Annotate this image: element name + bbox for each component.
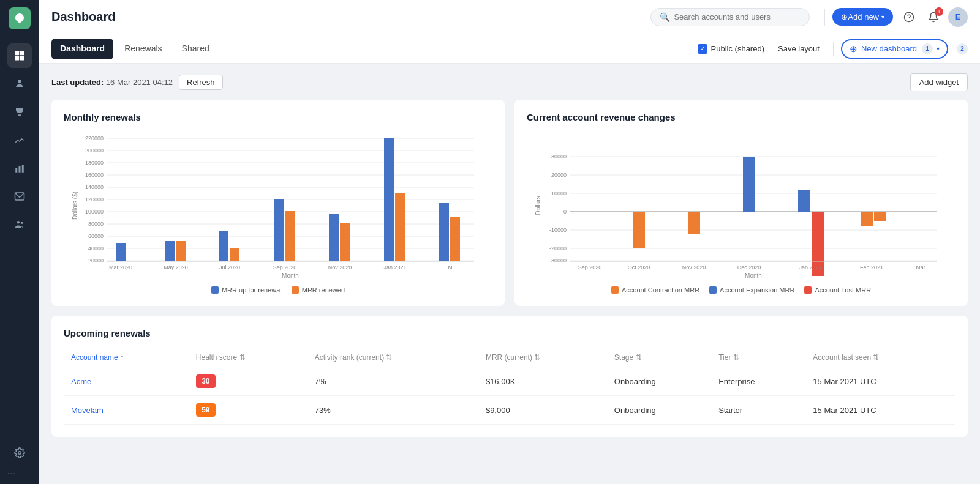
svg-rect-76 (688, 212, 700, 234)
health-badge-acme: 30 (196, 374, 216, 388)
svg-rect-77 (743, 157, 755, 212)
legend-dot-lost (804, 286, 812, 294)
tab-number-1: 1 (922, 43, 933, 54)
sidebar-dots: ··· (7, 470, 32, 477)
search-box[interactable]: 🔍 (650, 8, 810, 26)
svg-text:-30000: -30000 (549, 258, 567, 264)
sidebar-item-mail[interactable] (7, 184, 32, 209)
new-dashboard-button[interactable]: ⊕ New dashboard 1 ▾ (841, 39, 948, 59)
sidebar-item-chart-line[interactable] (7, 128, 32, 152)
add-new-chevron-icon: ▾ (881, 13, 884, 20)
legend-label-contraction: Account Contraction MRR (622, 286, 699, 294)
sidebar-item-bar-chart[interactable] (7, 156, 32, 181)
account-name-movelam[interactable]: Movelam (64, 396, 189, 425)
svg-text:20000: 20000 (551, 172, 567, 178)
svg-rect-8 (22, 165, 24, 173)
svg-text:M: M (448, 264, 453, 270)
legend-dot-contraction (611, 286, 619, 294)
svg-text:20000: 20000 (88, 258, 104, 264)
revenue-changes-title: Current account revenue changes (527, 112, 956, 122)
svg-rect-41 (219, 231, 228, 261)
svg-text:Sep 2020: Sep 2020 (578, 264, 602, 270)
tier-acme: Enterprise (711, 367, 805, 396)
add-new-label: Add new (848, 12, 879, 21)
mrr-acme: $16.00K (478, 367, 607, 396)
new-dashboard-plus-icon: ⊕ (850, 43, 858, 54)
col-health-score[interactable]: Health score ⇅ (189, 348, 307, 367)
svg-rect-40 (176, 241, 186, 261)
monthly-renewals-title: Monthly renewals (64, 112, 492, 122)
legend-dot-renewed (292, 286, 299, 294)
help-button[interactable] (899, 7, 919, 27)
svg-text:220000: 220000 (85, 135, 104, 141)
svg-rect-78 (798, 190, 810, 212)
table-body: Acme 30 7% $16.00K Onboarding Enterprise… (64, 367, 956, 425)
svg-rect-75 (633, 212, 645, 248)
col-tier[interactable]: Tier ⇅ (711, 348, 805, 367)
col-account-name[interactable]: Account name ↑ (64, 348, 189, 367)
sort-icon-last-seen: ⇅ (873, 353, 879, 362)
sidebar-item-trophy[interactable] (7, 100, 32, 124)
col-mrr[interactable]: MRR (current) ⇅ (478, 348, 607, 367)
monthly-renewals-card: Monthly renewals Dollars ($) (51, 100, 505, 306)
notifications-button[interactable]: 1 (924, 7, 943, 27)
add-new-plus-icon: ⊕ (841, 12, 848, 21)
svg-rect-46 (340, 223, 350, 261)
sidebar: ··· (0, 0, 39, 484)
svg-rect-3 (20, 56, 24, 61)
tab-renewals[interactable]: Renewals (116, 39, 170, 59)
logo[interactable] (9, 7, 31, 29)
svg-rect-0 (15, 51, 20, 56)
svg-text:200000: 200000 (85, 147, 104, 154)
last-seen-movelam: 15 Mar 2021 UTC (805, 396, 956, 425)
revenue-changes-chart: Dollars 30000 200 (527, 132, 956, 281)
public-shared-toggle[interactable]: ✓ Public (shared) (698, 44, 764, 54)
svg-rect-45 (329, 214, 339, 261)
charts-row: Monthly renewals Dollars ($) (51, 100, 968, 306)
account-name-acme[interactable]: Acme (64, 367, 189, 396)
svg-text:-10000: -10000 (549, 227, 567, 233)
sidebar-item-people[interactable] (7, 212, 32, 237)
save-layout-button[interactable]: Save layout (772, 40, 826, 57)
sidebar-item-person[interactable] (7, 72, 32, 96)
last-seen-acme: 15 Mar 2021 UTC (805, 367, 956, 396)
legend-label-lost: Account Lost MRR (815, 286, 871, 294)
sidebar-item-settings[interactable] (7, 441, 32, 465)
col-activity-rank[interactable]: Activity rank (current) ⇅ (307, 348, 478, 367)
search-icon: 🔍 (660, 12, 670, 22)
sort-icon-health: ⇅ (239, 353, 246, 362)
search-input[interactable] (674, 12, 801, 21)
svg-rect-5 (18, 115, 21, 116)
new-dashboard-label: New dashboard (861, 44, 917, 53)
svg-point-12 (18, 452, 21, 455)
refresh-button[interactable]: Refresh (179, 75, 223, 90)
tab-shared[interactable]: Shared (173, 39, 218, 59)
svg-text:Nov 2020: Nov 2020 (328, 264, 352, 270)
svg-text:Nov 2020: Nov 2020 (682, 264, 706, 270)
svg-rect-42 (230, 248, 239, 261)
svg-text:Jul 2020: Jul 2020 (219, 264, 240, 270)
table-row: Acme 30 7% $16.00K Onboarding Enterprise… (64, 367, 956, 396)
svg-text:Feb 2021: Feb 2021 (860, 264, 883, 270)
tab-dashboard[interactable]: Dashboard (51, 39, 113, 59)
avatar[interactable]: E (948, 7, 968, 27)
add-widget-button[interactable]: Add widget (910, 73, 968, 91)
col-last-seen[interactable]: Account last seen ⇅ (805, 348, 956, 367)
svg-text:180000: 180000 (85, 160, 104, 166)
svg-rect-39 (165, 241, 175, 261)
legend-item-contraction: Account Contraction MRR (611, 286, 699, 294)
svg-text:140000: 140000 (85, 184, 104, 190)
last-updated-text: Last updated: 16 Mar 2021 04:12 (51, 78, 173, 87)
add-new-button[interactable]: ⊕ Add new ▾ (832, 8, 893, 26)
svg-rect-49 (439, 203, 449, 261)
page-title: Dashboard (51, 10, 115, 24)
col-stage[interactable]: Stage ⇅ (607, 348, 711, 367)
svg-rect-6 (15, 168, 17, 173)
topbar: Dashboard 🔍 ⊕ Add new ▾ 1 E (39, 0, 980, 34)
svg-text:Jan 2021: Jan 2021 (383, 264, 406, 270)
svg-text:60000: 60000 (88, 233, 104, 239)
tab-number-2: 2 (957, 43, 968, 54)
public-shared-checkbox[interactable]: ✓ (698, 44, 707, 54)
legend-label-renewed: MRR renewed (302, 286, 345, 294)
sidebar-item-home[interactable] (7, 43, 32, 68)
